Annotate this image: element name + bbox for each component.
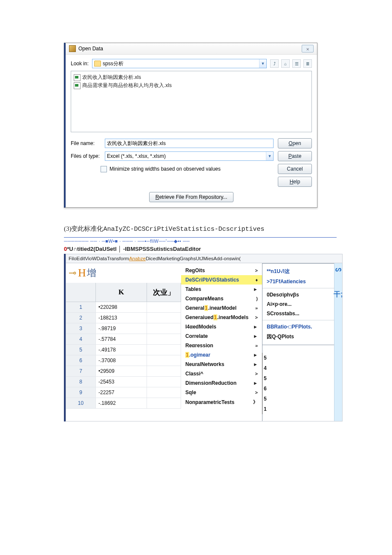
filetype-combo[interactable]: Excel (*.xls, *.xlsx, *.xlsm) ▼: [105, 151, 274, 161]
menu-item[interactable]: DimensionReduction►: [181, 378, 262, 388]
analyze-menu[interactable]: RegOits>DeSCriPbVGStabstics♦Tables►Compa…: [181, 263, 262, 421]
col-header-2: 次业」: [147, 283, 181, 302]
menu-item[interactable]: 1.ogimear►: [181, 350, 262, 360]
toolbar-h-glyph: H: [78, 267, 86, 279]
toolbar-hanzi: 增: [87, 267, 96, 279]
menu-item[interactable]: NonparametricTests》: [181, 397, 262, 407]
table-row[interactable]: 3-.98719: [66, 323, 181, 334]
table-row[interactable]: 9-22257: [66, 387, 181, 398]
table-row[interactable]: 10-.18692: [66, 398, 181, 409]
table-row[interactable]: 1•220298: [66, 302, 181, 313]
minimize-checkbox[interactable]: [101, 166, 107, 172]
retrieve-button[interactable]: Retrieve File From Repository...: [149, 192, 234, 202]
key-icon: ⊸: [69, 267, 76, 279]
file-item[interactable]: 商品需求量与商品价格和人均月收入.xls: [74, 82, 309, 89]
menu-item[interactable]: I4αedModels►: [181, 322, 262, 331]
spss-window: FiloEditVioWDataTransformAnabzeDicedMark…: [64, 254, 343, 421]
decorative-line: ─────── ── · ─■W•■ · ─── · ──•─fliW──'──…: [64, 238, 383, 244]
submenu-head: **n1U√l这: [262, 266, 335, 277]
xls-icon: [74, 82, 81, 89]
minimize-label: Minimize string widths based on observed…: [110, 166, 221, 172]
menu-item[interactable]: Reαression»: [181, 341, 262, 350]
submenu-item[interactable]: 0Desσiphvβs: [262, 290, 335, 299]
caption-text: (3)变此标准化AnaIyZC-DCSCriPtiVeStatistics-Dc…: [64, 225, 383, 233]
up-folder-icon[interactable]: ⤴: [270, 59, 279, 68]
menu-item[interactable]: Tables►: [181, 285, 262, 294]
list-view-icon[interactable]: ☰: [292, 59, 301, 68]
data-grid: K 次业」 1•2202982-1882133-.987194-.577845-…: [66, 283, 182, 421]
menu-item[interactable]: Generaiued1.inearModels>: [181, 313, 262, 322]
open-button[interactable]: Open: [278, 138, 312, 148]
submenu-item[interactable]: 因Q-QPlots: [262, 331, 335, 342]
lookin-combo[interactable]: spss分析 ▼: [92, 59, 267, 68]
filetype-label: Files of type:: [71, 153, 101, 159]
open-data-dialog: Open Data ⨉ Look in: spss分析 ▼ ⤴ ⌂ ☰ ≣ 农民…: [64, 43, 317, 208]
detail-view-icon[interactable]: ≣: [303, 59, 312, 68]
dialog-title-text: Open Data: [78, 46, 103, 52]
menu-item[interactable]: General1.inearModel»: [181, 303, 262, 313]
submenu-item[interactable]: >71FfAatiencies: [262, 277, 335, 286]
menu-item[interactable]: DeSCriPbVGStabstics♦: [181, 275, 262, 285]
menu-item[interactable]: Correlate►: [181, 331, 262, 341]
lookin-value: spss分析: [103, 60, 124, 67]
table-row[interactable]: 8-25453: [66, 377, 181, 387]
file-item[interactable]: 农民收入影响因素分析.xls: [74, 74, 309, 81]
menu-item[interactable]: Classi^>: [181, 369, 262, 378]
table-row[interactable]: 7•29509: [66, 366, 181, 377]
side-numbers: 545651: [262, 353, 271, 414]
table-row[interactable]: 2-188213: [66, 313, 181, 323]
submenu-item[interactable]: SCrosstabs...: [262, 309, 335, 318]
xls-icon: [74, 74, 81, 81]
app-icon: [69, 45, 76, 52]
dialog-toolbar: ⤴ ⌂ ☰ ≣: [270, 59, 312, 68]
spss-window-title: 0*U∩titied2(DaUSetl │ -IBMSPSSSutisticsD…: [64, 246, 383, 252]
menu-item[interactable]: Sqle>: [181, 388, 262, 397]
menu-item[interactable]: CompareMeans): [181, 294, 262, 303]
separator: [64, 237, 337, 238]
spss-menubar[interactable]: FiloEditVioWDataTransformAnabzeDicedMark…: [66, 254, 343, 263]
menu-item[interactable]: NeuralNetworks►: [181, 360, 262, 369]
folder-icon: [94, 61, 101, 67]
close-button[interactable]: ⨉: [302, 45, 314, 52]
file-list[interactable]: 农民收入影响因素分析.xls 商品需求量与商品价格和人均月收入.xls: [71, 71, 312, 132]
help-button[interactable]: Help: [278, 177, 312, 187]
menu-item[interactable]: RegOits>: [181, 266, 262, 275]
chevron-down-icon[interactable]: ▼: [266, 152, 273, 160]
paste-button[interactable]: Paste: [278, 151, 312, 161]
home-icon[interactable]: ⌂: [281, 59, 290, 68]
filename-label: File name:: [71, 140, 101, 146]
table-row[interactable]: 4-.57784: [66, 334, 181, 345]
cancel-button[interactable]: Cancel: [278, 164, 312, 174]
descriptive-submenu[interactable]: **n1U√l这 >71FfAatiencies 0Desσiphvβs Ai×…: [262, 263, 335, 345]
dialog-titlebar: Open Data ⨉: [66, 43, 317, 55]
table-row[interactable]: 6-.37008: [66, 355, 181, 366]
table-row[interactable]: 5-.49178: [66, 345, 181, 355]
submenu-item[interactable]: BBRatio-□PFPIots.: [262, 322, 335, 331]
chevron-down-icon[interactable]: ▼: [259, 59, 266, 68]
lookin-label: Look in:: [71, 61, 89, 67]
col-header-k: K: [96, 283, 147, 302]
filename-input[interactable]: 农民收入影响因素分析.xls: [105, 139, 274, 148]
right-strip: ᔕ 干;: [334, 263, 342, 421]
submenu-item[interactable]: Ai×p·ore...: [262, 299, 335, 309]
